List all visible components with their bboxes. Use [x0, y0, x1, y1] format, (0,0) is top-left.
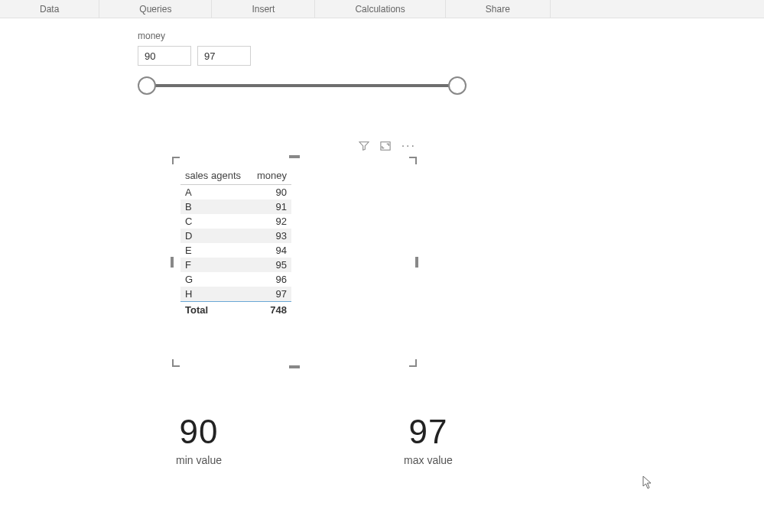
- cell-agent: A: [180, 185, 250, 200]
- kpi-min[interactable]: 90 min value: [138, 413, 260, 466]
- table-row[interactable]: A 90: [180, 185, 291, 200]
- resize-handle[interactable]: [172, 359, 180, 367]
- resize-handle[interactable]: [409, 157, 417, 164]
- total-value: 748: [250, 302, 291, 318]
- cell-agent: G: [180, 272, 250, 287]
- table-row[interactable]: F 95: [180, 258, 291, 272]
- kpi-max-label: max value: [367, 454, 489, 466]
- slicer-handle-min[interactable]: [138, 76, 156, 95]
- ribbon-tab-data[interactable]: Data: [0, 0, 99, 18]
- cell-money: 91: [250, 200, 291, 214]
- cursor-icon: [642, 475, 653, 489]
- slicer-title: money: [138, 31, 467, 41]
- kpi-max[interactable]: 97 max value: [367, 413, 489, 466]
- slicer-range[interactable]: [138, 76, 467, 95]
- cell-agent: D: [180, 229, 250, 243]
- kpi-min-label: min value: [138, 454, 260, 466]
- table-visual[interactable]: ··· sales agents money A 90 B 91 C 92: [172, 157, 417, 367]
- cell-agent: H: [180, 287, 250, 302]
- slicer-money: money: [138, 31, 467, 95]
- cell-agent: E: [180, 243, 250, 258]
- cell-money: 90: [250, 185, 291, 200]
- ribbon-tab-insert[interactable]: Insert: [212, 0, 315, 18]
- ribbon-tab-share[interactable]: Share: [446, 0, 551, 18]
- col-header-agents[interactable]: sales agents: [180, 167, 250, 185]
- data-table: sales agents money A 90 B 91 C 92 D 93 E: [180, 167, 291, 317]
- cell-agent: F: [180, 258, 250, 272]
- cell-agent: B: [180, 200, 250, 214]
- resize-handle[interactable]: [171, 257, 174, 268]
- slicer-handle-max[interactable]: [448, 76, 467, 95]
- table-row[interactable]: G 96: [180, 272, 291, 287]
- kpi-min-value: 90: [138, 413, 260, 451]
- table-row[interactable]: C 92: [180, 214, 291, 229]
- ribbon-tab-calculations[interactable]: Calculations: [315, 0, 445, 18]
- slicer-min-input[interactable]: [138, 46, 191, 66]
- resize-handle[interactable]: [172, 157, 180, 164]
- table-row[interactable]: H 97: [180, 287, 291, 302]
- cell-money: 93: [250, 229, 291, 243]
- table-row[interactable]: B 91: [180, 200, 291, 214]
- table-row[interactable]: D 93: [180, 229, 291, 243]
- cell-agent: C: [180, 214, 250, 229]
- slicer-max-input[interactable]: [197, 46, 251, 66]
- more-options-icon[interactable]: ···: [402, 141, 416, 151]
- resize-handle[interactable]: [409, 359, 417, 367]
- kpi-max-value: 97: [367, 413, 489, 451]
- table-row[interactable]: E 94: [180, 243, 291, 258]
- resize-handle[interactable]: [289, 365, 300, 368]
- cell-money: 96: [250, 272, 291, 287]
- focus-mode-icon[interactable]: [380, 141, 391, 151]
- visual-header: ···: [359, 141, 416, 151]
- resize-handle[interactable]: [415, 257, 418, 268]
- cell-money: 94: [250, 243, 291, 258]
- kpi-row: 90 min value 97 max value: [138, 413, 489, 466]
- resize-handle[interactable]: [289, 155, 300, 158]
- cell-money: 92: [250, 214, 291, 229]
- cell-money: 95: [250, 258, 291, 272]
- ribbon: Data Queries Insert Calculations Share: [0, 0, 764, 18]
- cell-money: 97: [250, 287, 291, 302]
- col-header-money[interactable]: money: [250, 167, 291, 185]
- total-label: Total: [180, 302, 250, 318]
- table-total-row: Total 748: [180, 302, 291, 318]
- ribbon-tab-queries[interactable]: Queries: [99, 0, 212, 18]
- filter-icon[interactable]: [359, 141, 369, 151]
